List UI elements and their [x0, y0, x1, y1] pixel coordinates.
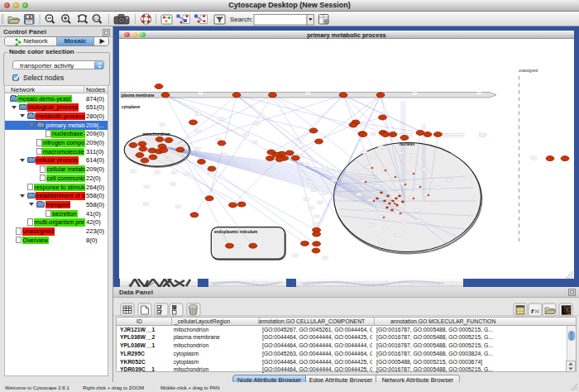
svg-text:endoplasmic reticulum: endoplasmic reticulum [214, 230, 257, 234]
svg-text:Search:: Search: [230, 16, 253, 23]
svg-text:nucleus: nucleus [400, 142, 414, 146]
svg-text:cytoplasm: cytoplasm [122, 105, 140, 109]
svg-text:unassigned: unassigned [519, 69, 538, 73]
svg-text:plasma membrane: plasma membrane [122, 93, 155, 98]
svg-text:1:1: 1:1 [93, 17, 99, 21]
svg-text:(x): (x) [534, 308, 539, 313]
svg-text:mitochondrion: mitochondrion [142, 132, 170, 136]
